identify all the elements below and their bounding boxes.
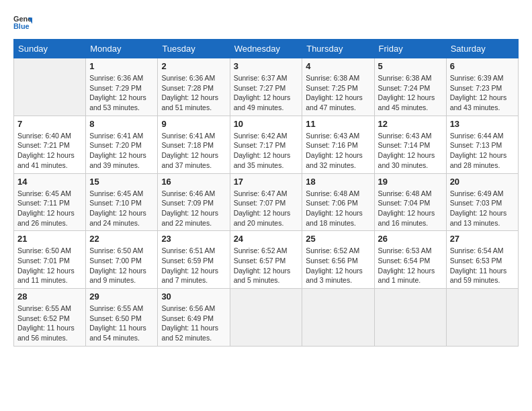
- day-info: Sunrise: 6:39 AMSunset: 7:23 PMDaylight:…: [450, 73, 515, 113]
- day-number: 5: [378, 61, 443, 71]
- day-info: Sunrise: 6:47 AMSunset: 7:07 PMDaylight:…: [234, 189, 299, 228]
- calendar-cell: 25Sunrise: 6:52 AMSunset: 6:56 PMDayligh…: [302, 231, 374, 289]
- logo-icon: General Blue: [13, 13, 32, 32]
- calendar-cell: 24Sunrise: 6:52 AMSunset: 6:57 PMDayligh…: [230, 231, 302, 289]
- day-number: 8: [89, 119, 154, 129]
- day-number: 12: [378, 119, 443, 129]
- calendar-cell: 21Sunrise: 6:50 AMSunset: 7:01 PMDayligh…: [14, 231, 86, 289]
- calendar-cell: 20Sunrise: 6:49 AMSunset: 7:03 PMDayligh…: [446, 173, 518, 231]
- svg-text:Blue: Blue: [13, 22, 30, 30]
- day-info: Sunrise: 6:38 AMSunset: 7:25 PMDaylight:…: [306, 73, 370, 113]
- weekday-header-tuesday: Tuesday: [158, 40, 230, 58]
- calendar-cell: 13Sunrise: 6:44 AMSunset: 7:13 PMDayligh…: [446, 116, 518, 173]
- day-number: 27: [450, 234, 515, 244]
- calendar-cell: 14Sunrise: 6:45 AMSunset: 7:11 PMDayligh…: [14, 173, 86, 231]
- day-info: Sunrise: 6:36 AMSunset: 7:28 PMDaylight:…: [161, 73, 226, 113]
- day-info: Sunrise: 6:46 AMSunset: 7:09 PMDaylight:…: [161, 189, 226, 228]
- weekday-header-thursday: Thursday: [302, 40, 374, 58]
- day-info: Sunrise: 6:45 AMSunset: 7:11 PMDaylight:…: [17, 189, 82, 228]
- day-info: Sunrise: 6:55 AMSunset: 6:50 PMDaylight:…: [89, 304, 154, 343]
- day-number: 11: [306, 119, 370, 129]
- day-info: Sunrise: 6:49 AMSunset: 7:03 PMDaylight:…: [450, 189, 515, 228]
- day-info: Sunrise: 6:44 AMSunset: 7:13 PMDaylight:…: [450, 131, 515, 171]
- day-info: Sunrise: 6:50 AMSunset: 7:01 PMDaylight:…: [17, 246, 82, 285]
- weekday-header-sunday: Sunday: [14, 40, 86, 58]
- day-number: 29: [89, 291, 154, 302]
- day-info: Sunrise: 6:38 AMSunset: 7:24 PMDaylight:…: [378, 73, 443, 113]
- day-number: 16: [161, 177, 226, 187]
- day-info: Sunrise: 6:48 AMSunset: 7:06 PMDaylight:…: [306, 189, 370, 228]
- day-info: Sunrise: 6:48 AMSunset: 7:04 PMDaylight:…: [378, 189, 443, 228]
- day-info: Sunrise: 6:41 AMSunset: 7:20 PMDaylight:…: [89, 131, 154, 171]
- calendar-cell: [374, 289, 446, 347]
- week-row-3: 14Sunrise: 6:45 AMSunset: 7:11 PMDayligh…: [14, 173, 519, 231]
- day-number: 2: [161, 61, 226, 71]
- week-row-1: 1Sunrise: 6:36 AMSunset: 7:29 PMDaylight…: [14, 58, 519, 116]
- day-number: 24: [234, 234, 299, 244]
- day-info: Sunrise: 6:42 AMSunset: 7:17 PMDaylight:…: [234, 131, 299, 171]
- day-number: 26: [378, 234, 443, 244]
- calendar-cell: 17Sunrise: 6:47 AMSunset: 7:07 PMDayligh…: [230, 173, 302, 231]
- day-number: 19: [378, 177, 443, 187]
- calendar-cell: [446, 289, 518, 347]
- calendar-cell: 10Sunrise: 6:42 AMSunset: 7:17 PMDayligh…: [230, 116, 302, 173]
- day-number: 25: [306, 234, 370, 244]
- day-info: Sunrise: 6:56 AMSunset: 6:49 PMDaylight:…: [161, 304, 226, 343]
- day-number: 15: [89, 177, 154, 187]
- calendar-table: SundayMondayTuesdayWednesdayThursdayFrid…: [13, 39, 519, 347]
- calendar-cell: 27Sunrise: 6:54 AMSunset: 6:53 PMDayligh…: [446, 231, 518, 289]
- day-number: 14: [17, 177, 82, 187]
- weekday-header-wednesday: Wednesday: [230, 40, 302, 58]
- calendar-cell: 26Sunrise: 6:53 AMSunset: 6:54 PMDayligh…: [374, 231, 446, 289]
- day-info: Sunrise: 6:43 AMSunset: 7:14 PMDaylight:…: [378, 131, 443, 171]
- day-number: 30: [161, 291, 226, 302]
- calendar-cell: 7Sunrise: 6:40 AMSunset: 7:21 PMDaylight…: [14, 116, 86, 173]
- day-info: Sunrise: 6:41 AMSunset: 7:18 PMDaylight:…: [161, 131, 226, 171]
- day-info: Sunrise: 6:45 AMSunset: 7:10 PMDaylight:…: [89, 189, 154, 228]
- calendar-cell: 15Sunrise: 6:45 AMSunset: 7:10 PMDayligh…: [86, 173, 158, 231]
- day-info: Sunrise: 6:37 AMSunset: 7:27 PMDaylight:…: [234, 73, 299, 113]
- day-info: Sunrise: 6:55 AMSunset: 6:52 PMDaylight:…: [17, 304, 82, 343]
- day-number: 3: [234, 61, 299, 71]
- calendar-cell: 12Sunrise: 6:43 AMSunset: 7:14 PMDayligh…: [374, 116, 446, 173]
- calendar-cell: 23Sunrise: 6:51 AMSunset: 6:59 PMDayligh…: [158, 231, 230, 289]
- page-header: General Blue: [13, 13, 519, 32]
- calendar-cell: 16Sunrise: 6:46 AMSunset: 7:09 PMDayligh…: [158, 173, 230, 231]
- day-number: 20: [450, 177, 515, 187]
- day-info: Sunrise: 6:52 AMSunset: 6:57 PMDaylight:…: [234, 246, 299, 285]
- calendar-cell: [230, 289, 302, 347]
- calendar-cell: 6Sunrise: 6:39 AMSunset: 7:23 PMDaylight…: [446, 58, 518, 116]
- calendar-cell: [302, 289, 374, 347]
- calendar-cell: 11Sunrise: 6:43 AMSunset: 7:16 PMDayligh…: [302, 116, 374, 173]
- day-number: 23: [161, 234, 226, 244]
- calendar-cell: [14, 58, 86, 116]
- day-info: Sunrise: 6:52 AMSunset: 6:56 PMDaylight:…: [306, 246, 370, 285]
- calendar-cell: 1Sunrise: 6:36 AMSunset: 7:29 PMDaylight…: [86, 58, 158, 116]
- weekday-header-saturday: Saturday: [446, 40, 518, 58]
- day-number: 21: [17, 234, 82, 244]
- day-info: Sunrise: 6:43 AMSunset: 7:16 PMDaylight:…: [306, 131, 370, 171]
- day-number: 1: [89, 61, 154, 71]
- calendar-cell: 22Sunrise: 6:50 AMSunset: 7:00 PMDayligh…: [86, 231, 158, 289]
- logo: General Blue: [13, 13, 38, 32]
- day-number: 4: [306, 61, 370, 71]
- week-row-2: 7Sunrise: 6:40 AMSunset: 7:21 PMDaylight…: [14, 116, 519, 173]
- day-number: 7: [17, 119, 82, 129]
- day-number: 28: [17, 291, 82, 302]
- day-number: 22: [89, 234, 154, 244]
- day-number: 13: [450, 119, 515, 129]
- day-info: Sunrise: 6:50 AMSunset: 7:00 PMDaylight:…: [89, 246, 154, 285]
- week-row-4: 21Sunrise: 6:50 AMSunset: 7:01 PMDayligh…: [14, 231, 519, 289]
- day-number: 6: [450, 61, 515, 71]
- day-number: 9: [161, 119, 226, 129]
- calendar-cell: 19Sunrise: 6:48 AMSunset: 7:04 PMDayligh…: [374, 173, 446, 231]
- day-number: 17: [234, 177, 299, 187]
- calendar-cell: 2Sunrise: 6:36 AMSunset: 7:28 PMDaylight…: [158, 58, 230, 116]
- day-info: Sunrise: 6:40 AMSunset: 7:21 PMDaylight:…: [17, 131, 82, 171]
- day-info: Sunrise: 6:51 AMSunset: 6:59 PMDaylight:…: [161, 246, 226, 285]
- day-info: Sunrise: 6:36 AMSunset: 7:29 PMDaylight:…: [89, 73, 154, 113]
- calendar-cell: 4Sunrise: 6:38 AMSunset: 7:25 PMDaylight…: [302, 58, 374, 116]
- calendar-cell: 28Sunrise: 6:55 AMSunset: 6:52 PMDayligh…: [14, 289, 86, 347]
- day-number: 18: [306, 177, 370, 187]
- day-info: Sunrise: 6:54 AMSunset: 6:53 PMDaylight:…: [450, 246, 515, 285]
